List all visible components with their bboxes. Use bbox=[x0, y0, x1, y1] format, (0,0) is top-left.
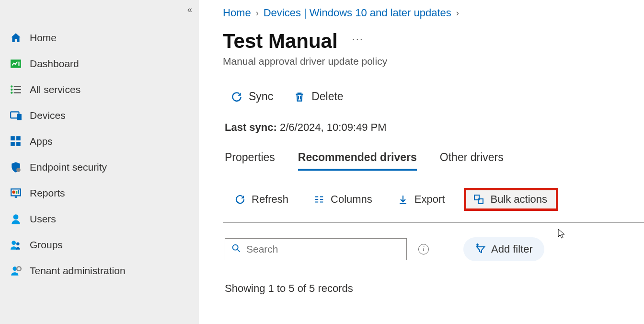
tab-properties[interactable]: Properties bbox=[225, 151, 275, 171]
last-sync: Last sync: 2/6/2024, 10:09:49 PM bbox=[223, 121, 644, 134]
export-label: Export bbox=[414, 193, 445, 206]
tab-other-drivers[interactable]: Other drivers bbox=[440, 151, 504, 171]
svg-rect-19 bbox=[18, 190, 19, 194]
page-title: Test Manual bbox=[223, 30, 338, 53]
svg-point-23 bbox=[13, 266, 17, 271]
shield-icon bbox=[10, 161, 22, 174]
sidebar-item-label: Users bbox=[30, 213, 56, 225]
sidebar-item-groups[interactable]: Groups bbox=[0, 232, 199, 258]
user-icon bbox=[10, 213, 22, 225]
command-bar: Sync Delete bbox=[223, 88, 644, 105]
last-sync-label: Last sync: bbox=[225, 121, 277, 133]
svg-rect-12 bbox=[11, 142, 15, 146]
info-icon[interactable]: i bbox=[418, 244, 429, 255]
sidebar-item-home[interactable]: Home bbox=[0, 25, 199, 51]
svg-rect-10 bbox=[11, 136, 15, 140]
apps-icon bbox=[10, 135, 22, 148]
sidebar-item-label: Reports bbox=[30, 187, 65, 199]
sidebar-item-label: Devices bbox=[30, 110, 66, 121]
sidebar-item-label: Endpoint security bbox=[30, 162, 107, 173]
sidebar-item-label: Groups bbox=[30, 239, 63, 251]
add-filter-label: Add filter bbox=[491, 243, 533, 255]
search-input[interactable] bbox=[246, 243, 401, 255]
breadcrumb-devices[interactable]: Devices | Windows 10 and later updates bbox=[264, 7, 451, 19]
groups-icon bbox=[10, 239, 22, 251]
svg-point-22 bbox=[16, 243, 20, 245]
sidebar-item-label: Apps bbox=[30, 136, 53, 147]
tabs: Properties Recommended drivers Other dri… bbox=[223, 151, 644, 171]
refresh-icon bbox=[234, 194, 246, 205]
list-icon bbox=[10, 83, 22, 96]
sidebar-item-label: Dashboard bbox=[30, 58, 79, 69]
devices-icon bbox=[10, 109, 22, 122]
tab-recommended-drivers[interactable]: Recommended drivers bbox=[298, 151, 417, 171]
breadcrumb-home[interactable]: Home bbox=[223, 7, 251, 19]
svg-point-24 bbox=[17, 266, 21, 271]
download-icon bbox=[397, 194, 409, 205]
last-sync-value: 2/6/2024, 10:09:49 PM bbox=[280, 121, 387, 133]
sync-button[interactable]: Sync bbox=[228, 88, 276, 105]
sync-icon bbox=[230, 91, 243, 103]
dashboard-icon bbox=[10, 58, 22, 70]
svg-rect-13 bbox=[16, 142, 21, 146]
sidebar-item-reports[interactable]: Reports bbox=[0, 180, 199, 206]
gear-user-icon bbox=[10, 265, 22, 277]
columns-button[interactable]: Columns bbox=[308, 189, 378, 209]
sidebar-item-tenant-administration[interactable]: Tenant administration bbox=[0, 258, 199, 284]
svg-point-20 bbox=[13, 214, 19, 220]
delete-label: Delete bbox=[311, 90, 343, 103]
svg-rect-5 bbox=[14, 89, 21, 90]
sidebar-item-all-services[interactable]: All services bbox=[0, 77, 199, 103]
svg-rect-1 bbox=[18, 62, 19, 66]
svg-point-4 bbox=[11, 89, 12, 91]
bulk-label: Bulk actions bbox=[490, 193, 547, 206]
sidebar: « Home Dashboard All services Devices bbox=[0, 0, 199, 324]
more-actions-button[interactable]: ··· bbox=[352, 33, 364, 46]
refresh-label: Refresh bbox=[252, 193, 288, 206]
filter-row: i Add filter bbox=[223, 237, 644, 261]
sidebar-item-apps[interactable]: Apps bbox=[0, 128, 199, 154]
svg-rect-16 bbox=[15, 197, 17, 198]
nav-list: Home Dashboard All services Devices Apps bbox=[0, 25, 199, 284]
add-filter-icon bbox=[475, 242, 486, 256]
chevron-right-icon: › bbox=[456, 8, 459, 18]
bulk-icon bbox=[473, 194, 484, 205]
columns-icon bbox=[313, 194, 325, 205]
export-button[interactable]: Export bbox=[391, 189, 451, 209]
refresh-button[interactable]: Refresh bbox=[229, 189, 294, 209]
svg-rect-7 bbox=[14, 92, 21, 93]
svg-rect-11 bbox=[16, 136, 21, 140]
delete-button[interactable]: Delete bbox=[290, 88, 346, 105]
collapse-sidebar-button[interactable]: « bbox=[187, 5, 192, 15]
sidebar-item-devices[interactable]: Devices bbox=[0, 103, 199, 128]
sync-label: Sync bbox=[249, 90, 273, 103]
divider bbox=[223, 222, 644, 223]
sidebar-item-label: Tenant administration bbox=[30, 265, 126, 277]
svg-rect-18 bbox=[16, 191, 17, 194]
chevron-right-icon: › bbox=[256, 8, 259, 18]
search-box[interactable] bbox=[225, 238, 407, 260]
svg-point-6 bbox=[11, 92, 12, 93]
svg-rect-9 bbox=[17, 114, 22, 120]
add-filter-button[interactable]: Add filter bbox=[463, 237, 544, 261]
reports-icon bbox=[10, 187, 22, 199]
main-content: Home › Devices | Windows 10 and later up… bbox=[199, 0, 644, 324]
svg-rect-3 bbox=[14, 86, 21, 87]
svg-point-21 bbox=[12, 241, 16, 245]
sidebar-item-label: Home bbox=[30, 32, 57, 44]
table-toolbar: Refresh Columns Export Bulk actions bbox=[223, 188, 644, 211]
records-count: Showing 1 to 5 of 5 records bbox=[223, 282, 644, 295]
search-icon bbox=[231, 243, 242, 255]
bulk-actions-button[interactable]: Bulk actions bbox=[464, 188, 558, 211]
sidebar-item-users[interactable]: Users bbox=[0, 206, 199, 232]
svg-point-27 bbox=[233, 245, 238, 250]
sidebar-item-label: All services bbox=[30, 84, 80, 95]
sidebar-item-dashboard[interactable]: Dashboard bbox=[0, 51, 199, 77]
sidebar-item-endpoint-security[interactable]: Endpoint security bbox=[0, 154, 199, 180]
columns-label: Columns bbox=[331, 193, 372, 206]
svg-point-2 bbox=[11, 85, 12, 87]
trash-icon bbox=[293, 91, 306, 103]
svg-point-14 bbox=[16, 168, 21, 172]
breadcrumb: Home › Devices | Windows 10 and later up… bbox=[223, 7, 644, 19]
svg-point-17 bbox=[12, 191, 15, 194]
